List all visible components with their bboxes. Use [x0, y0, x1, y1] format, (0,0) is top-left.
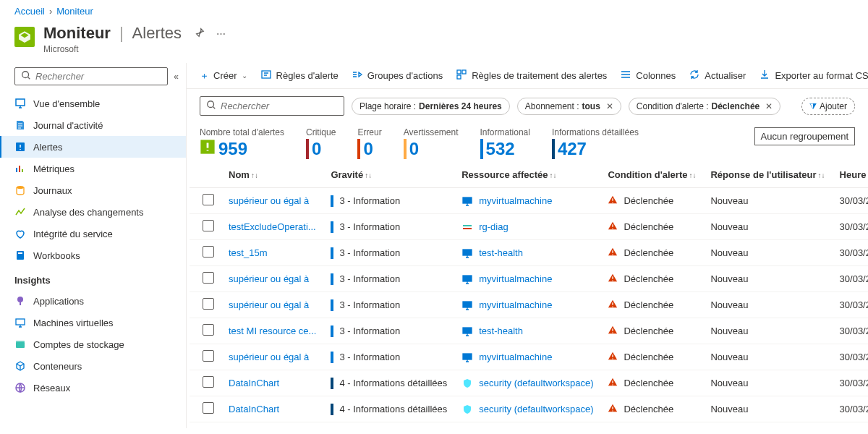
resource-link[interactable]: myvirtualmachine [479, 273, 552, 284]
page-section: Alertes [132, 24, 182, 43]
table-row[interactable]: supérieur ou égal à3 - Informationmyvirt… [190, 344, 868, 370]
alert-name-link[interactable]: supérieur ou égal à [229, 273, 309, 284]
warning-icon [608, 403, 618, 415]
sidebar-item-overview[interactable]: Vue d'ensemble [0, 93, 186, 114]
alert-rules-button[interactable]: Règles d'alerte [260, 69, 339, 82]
col-condition[interactable]: Condition d'alerte↑↓ [600, 162, 703, 188]
row-checkbox[interactable] [203, 324, 214, 336]
more-icon[interactable]: ⋯ [216, 28, 226, 39]
resource-link[interactable]: myvirtualmachine [479, 299, 552, 310]
filter-condition[interactable]: Condition d'alerte : Déclenchée✕ [629, 98, 780, 115]
sidebar-item-networks[interactable]: Réseaux [0, 377, 186, 399]
sidebar-search[interactable] [14, 67, 168, 85]
table-row[interactable]: supérieur ou égal à3 - Informationmyvirt… [190, 188, 868, 214]
row-checkbox[interactable] [203, 246, 214, 258]
sidebar-item-containers[interactable]: Conteneurs [0, 355, 186, 377]
summary-info[interactable]: Informational532 [480, 127, 530, 159]
table-row[interactable]: supérieur ou égal à3 - Informationmyvirt… [190, 266, 868, 292]
resource-link[interactable]: test-health [479, 247, 523, 258]
sidebar-item-health[interactable]: Intégrité du service [0, 223, 186, 244]
resource-link[interactable]: myvirtualmachine [479, 195, 552, 206]
main-search-input[interactable] [221, 101, 343, 111]
table-row[interactable]: supérieur ou égal à3 - Informationmyvirt… [190, 292, 868, 318]
col-name[interactable]: Nom↑↓ [221, 162, 323, 188]
table-row[interactable]: DataInChart4 - Informations détailléesse… [190, 370, 868, 396]
alert-name-link[interactable]: DataInChart [229, 378, 279, 388]
alert-name-link[interactable]: testExcludeOperati... [229, 221, 316, 232]
filter-timerange[interactable]: Plage horaire : Dernières 24 heures [352, 98, 510, 115]
metrics-icon [14, 163, 26, 174]
table-row[interactable]: test_15m3 - Informationtest-healthDéclen… [190, 240, 868, 266]
table-row[interactable]: testExcludeOperati...3 - Informationrg-d… [190, 214, 868, 240]
create-button[interactable]: ＋Créer⌄ [200, 69, 247, 82]
time-label: 30/03/2023, 15:53 [833, 344, 868, 370]
table-row[interactable]: test MI resource ce...3 - Informationtes… [190, 318, 868, 344]
sidebar-search-input[interactable] [35, 71, 161, 82]
alert-name-link[interactable]: supérieur ou égal à [229, 299, 309, 310]
row-checkbox[interactable] [203, 220, 214, 231]
sidebar-item-alerts[interactable]: Alertes [0, 136, 186, 158]
sidebar-item-changes[interactable]: Analyse des changements [0, 201, 186, 223]
alert-name-link[interactable]: DataInChart [229, 404, 279, 414]
alert-name-link[interactable]: supérieur ou égal à [229, 195, 309, 206]
export-csv-button[interactable]: Exporter au format CSV [759, 69, 868, 82]
summary-total[interactable]: Nombre total d'alertes 959 [200, 127, 284, 159]
row-checkbox[interactable] [203, 376, 214, 388]
col-severity[interactable]: Gravité↑↓ [323, 162, 454, 188]
alert-name-link[interactable]: test MI resource ce... [229, 326, 316, 336]
warning-icon [608, 195, 618, 207]
row-checkbox[interactable] [203, 298, 214, 310]
table-row[interactable]: DataInChart4 - Informations détailléesse… [190, 396, 868, 422]
sidebar-item-workbooks[interactable]: Workbooks [0, 244, 186, 266]
response-label: Nouveau [703, 318, 832, 344]
summary-error[interactable]: Erreur0 [357, 127, 381, 159]
col-time[interactable]: Heure de déclenchement [833, 162, 868, 188]
resource-link[interactable]: security (defaultworkspace) [479, 378, 593, 388]
row-checkbox[interactable] [203, 194, 214, 205]
summary-warning[interactable]: Avertissement0 [404, 127, 459, 159]
breadcrumb-home[interactable]: Accueil [14, 6, 45, 17]
processing-rules-button[interactable]: Règles de traitement des alertes [456, 69, 607, 82]
summary-verbose[interactable]: Informations détaillées427 [552, 127, 639, 159]
resource-link[interactable]: rg-diag [479, 221, 508, 232]
filter-icon: ⧩ [809, 101, 817, 111]
main-search[interactable] [200, 96, 344, 116]
close-icon[interactable]: ✕ [606, 101, 613, 111]
columns-button[interactable]: Colonnes [620, 69, 676, 82]
alert-name-link[interactable]: supérieur ou égal à [229, 352, 309, 362]
response-label: Nouveau [703, 188, 832, 214]
col-response[interactable]: Réponse de l'utilisateur↑↓ [703, 162, 832, 188]
sidebar-item-storage[interactable]: Comptes de stockage [0, 333, 186, 355]
row-checkbox[interactable] [203, 350, 214, 362]
col-resource[interactable]: Ressource affectée↑↓ [454, 162, 600, 188]
sidebar-item-logs[interactable]: Journaux [0, 179, 186, 201]
refresh-button[interactable]: Actualiser [689, 69, 746, 82]
filter-subscription[interactable]: Abonnement : tous✕ [517, 98, 621, 115]
groupby-select[interactable]: Aucun regroupement [754, 127, 855, 145]
add-filter-button[interactable]: ⧩Ajouter [801, 98, 855, 115]
response-label: Nouveau [703, 292, 832, 318]
breadcrumb-current[interactable]: Moniteur [56, 6, 93, 17]
chevron-down-icon: ⌄ [242, 72, 247, 80]
severity-label: 3 - Information [339, 221, 400, 232]
summary-critical[interactable]: Critique0 [306, 127, 336, 159]
resource-link[interactable]: security (defaultworkspace) [479, 404, 593, 414]
action-groups-button[interactable]: Groupes d'actions [352, 69, 443, 82]
row-checkbox[interactable] [203, 272, 214, 284]
page-title: Moniteur [43, 24, 111, 43]
pin-icon[interactable] [195, 27, 205, 40]
sidebar-item-app[interactable]: Applications [0, 290, 186, 312]
close-icon[interactable]: ✕ [765, 101, 773, 111]
severity-label: 4 - Informations détaillées [339, 378, 447, 388]
sidebar-item-vm[interactable]: Machines virtuelles [0, 312, 186, 333]
sidebar-item-metrics[interactable]: Métriques [0, 158, 186, 179]
row-checkbox[interactable] [203, 402, 214, 414]
warning-icon [608, 221, 618, 233]
collapse-sidebar-icon[interactable]: « [174, 72, 179, 82]
sidebar-item-activity[interactable]: Journal d'activité [0, 114, 186, 136]
time-label: 30/03/2023, 16:05 [833, 240, 868, 266]
resource-link[interactable]: myvirtualmachine [479, 352, 552, 362]
alert-name-link[interactable]: test_15m [229, 247, 267, 258]
insights-heading: Insights [0, 266, 186, 290]
resource-link[interactable]: test-health [479, 326, 523, 336]
